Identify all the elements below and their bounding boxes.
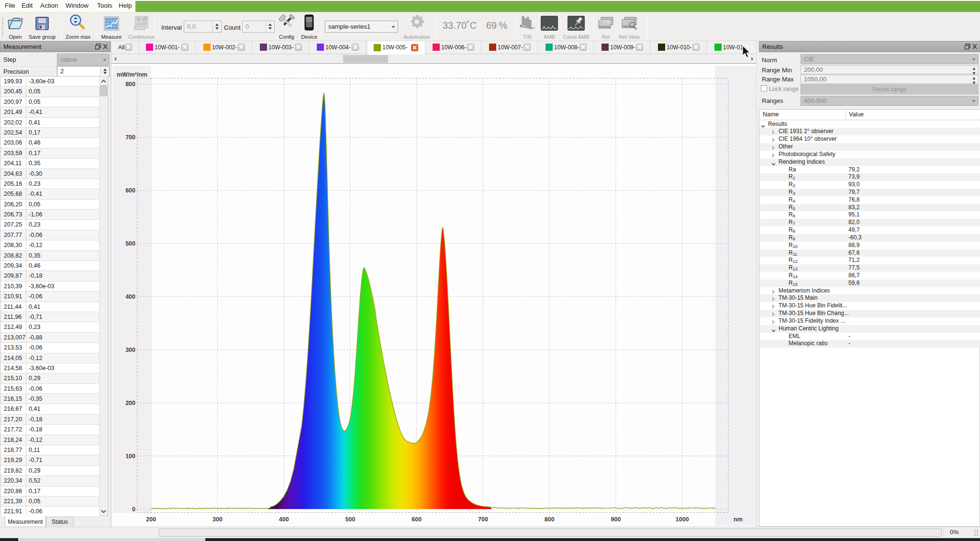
svg-text:800: 800: [125, 81, 135, 88]
svg-text:200: 200: [125, 400, 135, 406]
svg-text:600: 600: [125, 187, 135, 194]
svg-text:400: 400: [279, 516, 289, 523]
svg-text:900: 900: [611, 516, 621, 523]
svg-text:300: 300: [125, 347, 135, 353]
svg-text:700: 700: [478, 516, 488, 523]
svg-text:400: 400: [125, 293, 135, 300]
svg-text:0: 0: [132, 506, 135, 513]
svg-text:600: 600: [412, 516, 422, 523]
svg-text:1000: 1000: [676, 516, 689, 523]
svg-text:200: 200: [146, 516, 156, 523]
svg-text:800: 800: [545, 516, 555, 523]
svg-text:500: 500: [345, 516, 356, 523]
svg-text:mW/m²/nm: mW/m²/nm: [117, 71, 147, 78]
svg-text:nm: nm: [734, 516, 743, 523]
svg-text:300: 300: [212, 516, 223, 523]
svg-text:100: 100: [125, 453, 135, 460]
svg-text:700: 700: [125, 134, 135, 141]
svg-text:500: 500: [125, 240, 135, 247]
